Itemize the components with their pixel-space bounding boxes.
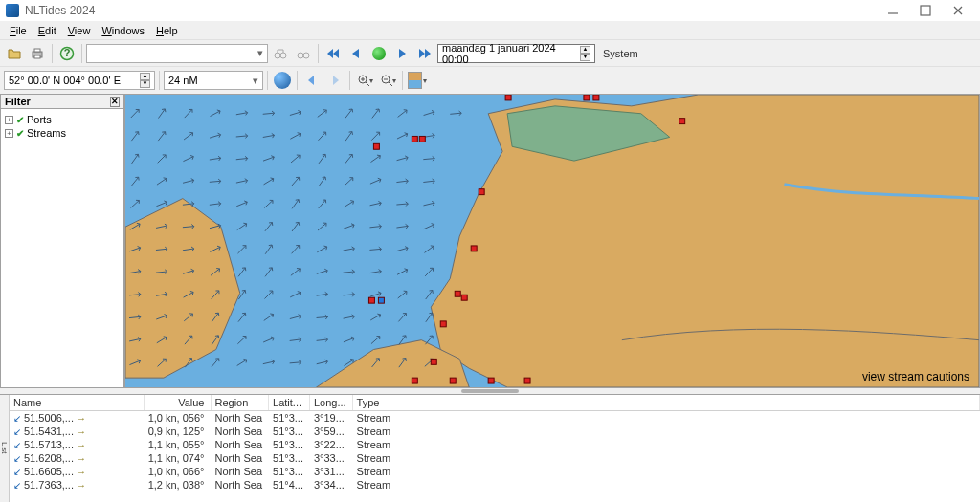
back-button[interactable] — [301, 70, 323, 91]
row-lat: 51°3... — [269, 438, 310, 451]
coord-up[interactable]: ▲ — [140, 73, 150, 80]
help-button[interactable]: ? — [56, 43, 78, 64]
col-lat[interactable]: Latit... — [269, 395, 310, 411]
svg-rect-27 — [479, 189, 484, 195]
col-lon[interactable]: Long... — [309, 395, 352, 411]
table-row[interactable]: ↙51.7363,... →1,2 kn, 038°North Sea51°4.… — [10, 478, 980, 491]
tree-item-streams[interactable]: + ✔ Streams — [5, 126, 120, 140]
stream-icon: ↙ — [13, 467, 21, 477]
table-row[interactable]: ↙51.5713,... →1,1 kn, 055°North Sea51°3.… — [10, 438, 980, 451]
stream-icon: ↙ — [13, 453, 21, 464]
filter-title: Filter — [5, 96, 31, 107]
svg-rect-30 — [461, 295, 467, 300]
svg-rect-25 — [593, 95, 599, 100]
svg-rect-5 — [34, 49, 40, 52]
datetime-field[interactable]: maandag 1 januari 2024 00:00 ▲ ▼ — [437, 44, 595, 63]
svg-rect-21 — [419, 136, 425, 142]
row-lat: 51°3... — [269, 411, 310, 426]
col-type[interactable]: Type — [352, 395, 979, 411]
svg-rect-33 — [440, 321, 446, 327]
map-view[interactable]: view stream cautions — [124, 94, 980, 388]
svg-point-12 — [303, 53, 309, 58]
step-back-button[interactable] — [345, 43, 367, 64]
binoculars-next-button[interactable] — [293, 43, 314, 64]
step-forward-button[interactable] — [391, 43, 412, 64]
rewind-button[interactable] — [323, 43, 344, 64]
view-stream-cautions-link[interactable]: view stream cautions — [862, 370, 969, 383]
table-row[interactable]: ↙51.6208,... →1,1 kn, 074°North Sea51°3.… — [10, 451, 980, 465]
tree-label: Ports — [27, 114, 52, 125]
row-region: North Sea — [211, 478, 269, 491]
table-row[interactable]: ↙51.5431,... →0,9 kn, 125°North Sea51°3.… — [10, 425, 980, 438]
direction-icon: → — [77, 453, 86, 464]
coord-field[interactable]: 52° 00.0' N 004° 00.0' E ▲ ▼ — [4, 71, 155, 90]
close-button[interactable] — [942, 0, 974, 21]
minimize-button[interactable] — [877, 0, 909, 21]
map-canvas — [125, 95, 979, 387]
list-tab-handle[interactable]: List — [0, 395, 10, 502]
print-button[interactable] — [27, 43, 48, 64]
globe-icon — [274, 72, 291, 89]
binoculars-button[interactable] — [270, 43, 291, 64]
search-input[interactable] — [91, 48, 254, 59]
globe-button[interactable] — [272, 70, 293, 91]
direction-icon: → — [77, 440, 86, 450]
expand-icon[interactable]: + — [5, 129, 13, 138]
open-button[interactable] — [4, 43, 25, 64]
menu-windows[interactable]: Windows — [96, 23, 150, 38]
svg-rect-22 — [373, 143, 379, 149]
toolbar-main: ? ▾ maandag 1 januari 2024 00:00 ▲ ▼ Sys… — [0, 40, 980, 67]
horizontal-splitter[interactable] — [0, 388, 980, 394]
toolbar-map: 52° 00.0' N 004° 00.0' E ▲ ▼ 24 nM ▾ ▾ ▾… — [0, 67, 980, 94]
datetime-up-button[interactable]: ▲ — [580, 46, 590, 54]
row-value: 1,1 kn, 074° — [144, 451, 211, 465]
forward-button[interactable] — [324, 70, 345, 91]
chevron-down-icon: ▾ — [257, 47, 263, 59]
svg-rect-23 — [505, 95, 511, 100]
filter-close-button[interactable]: ✕ — [110, 97, 120, 107]
col-name[interactable]: Name — [10, 395, 144, 411]
col-value[interactable]: Value — [144, 395, 211, 411]
list-panel: List Name Value Region Latit... Long... … — [0, 394, 980, 502]
layer-swatch-button[interactable]: ▾ — [407, 70, 428, 91]
row-lon: 3°22... — [309, 438, 352, 451]
tree-item-ports[interactable]: + ✔ Ports — [5, 113, 120, 126]
coord-down[interactable]: ▼ — [140, 80, 150, 88]
svg-rect-32 — [378, 297, 384, 303]
play-button[interactable] — [368, 43, 390, 64]
menu-help[interactable]: Help — [150, 23, 184, 38]
col-region[interactable]: Region — [211, 395, 269, 411]
row-type: Stream — [352, 465, 979, 478]
menu-edit[interactable]: Edit — [33, 23, 62, 38]
row-type: Stream — [352, 478, 979, 491]
table-row[interactable]: ↙51.5006,... →1,0 kn, 056°North Sea51°3.… — [10, 411, 980, 426]
direction-icon: → — [77, 413, 86, 424]
row-name: 51.5431,... — [24, 426, 74, 437]
zoom-out-button[interactable]: ▾ — [377, 70, 398, 91]
svg-rect-28 — [471, 246, 477, 251]
maximize-button[interactable] — [909, 0, 942, 21]
row-region: North Sea — [211, 465, 269, 478]
scale-select[interactable]: 24 nM ▾ — [164, 71, 263, 90]
menu-view[interactable]: View — [62, 23, 97, 38]
svg-rect-6 — [34, 55, 40, 58]
table-row[interactable]: ↙51.6605,... →1,0 kn, 066°North Sea51°3.… — [10, 465, 980, 478]
record-icon — [372, 47, 386, 60]
row-type: Stream — [352, 438, 979, 451]
row-type: Stream — [352, 411, 979, 426]
zoom-in-button[interactable]: ▾ — [354, 70, 375, 91]
expand-icon[interactable]: + — [5, 116, 13, 124]
row-value: 1,2 kn, 038° — [144, 478, 211, 491]
datetime-down-button[interactable]: ▼ — [580, 54, 590, 61]
menu-file[interactable]: File — [4, 23, 33, 38]
row-name: 51.5713,... — [24, 439, 74, 450]
fast-forward-button[interactable] — [414, 43, 435, 64]
row-lat: 51°3... — [269, 451, 310, 465]
row-value: 1,0 kn, 066° — [144, 465, 211, 478]
svg-point-11 — [298, 53, 303, 58]
svg-rect-36 — [450, 378, 456, 383]
svg-point-9 — [275, 53, 280, 58]
row-lat: 51°3... — [269, 425, 310, 438]
search-combo[interactable]: ▾ — [86, 44, 268, 63]
filter-tree[interactable]: + ✔ Ports + ✔ Streams — [1, 109, 123, 387]
